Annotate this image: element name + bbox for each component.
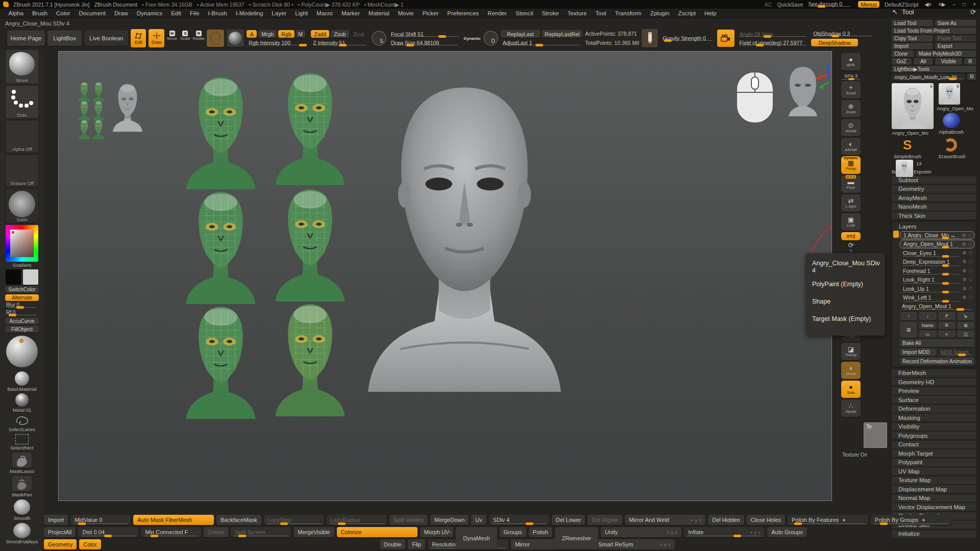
blur-slider[interactable]: Blur 0 <box>5 302 39 309</box>
dist-0-04[interactable]: Dist 0.04 <box>78 527 138 537</box>
stroke-curve-icon[interactable]: S <box>372 31 386 46</box>
angry-open-mout-1[interactable]: Angry_Open_Mout 1 <box>900 240 974 248</box>
layer-up-button[interactable]: ↑ <box>900 312 917 320</box>
flip[interactable]: Flip <box>408 539 425 549</box>
draw-button[interactable]: Draw <box>149 29 164 47</box>
split-hidden[interactable]: Split Hidden <box>389 515 428 525</box>
projectall[interactable]: ProjectAll <box>44 527 76 537</box>
layer-record-icon[interactable] <box>963 295 966 299</box>
preferences[interactable]: Preferences <box>443 10 483 16</box>
document-canvas[interactable] <box>58 51 832 501</box>
green-head-5[interactable] <box>181 300 260 419</box>
zadd-toggle[interactable]: Zadd <box>311 30 329 38</box>
layer-record-icon[interactable] <box>963 278 966 281</box>
stroke[interactable]: Stroke <box>537 10 563 16</box>
layer-eye-icon[interactable] <box>969 278 972 281</box>
layers-section-title[interactable]: Layers <box>899 223 974 230</box>
goz-r-button[interactable]: R <box>964 58 976 65</box>
polygroups[interactable]: Polygroups <box>892 432 976 439</box>
layer-record-icon[interactable] <box>963 260 966 263</box>
switch-color-button[interactable]: SwitchColor <box>5 286 39 293</box>
file[interactable]: File <box>186 10 204 16</box>
goz-button[interactable]: GoZ <box>892 58 912 65</box>
dynamics[interactable]: Dynamics <box>132 10 166 16</box>
surface[interactable]: Surface <box>892 396 976 404</box>
bpr[interactable]: ● BPR <box>841 53 861 70</box>
lazystep[interactable]: LazyStep <box>264 515 324 525</box>
field-of-view-slider[interactable]: Field of view(deg) 27.5977 <box>737 39 808 46</box>
layer-record-icon[interactable] <box>962 242 966 246</box>
basic-material-sphere[interactable] <box>15 371 29 386</box>
help[interactable]: Help <box>700 10 721 16</box>
alpha-tile[interactable]: Alpha Off <box>6 121 38 153</box>
floor[interactable]: X Y Z ▬ Floor <box>841 176 861 193</box>
macro[interactable]: Macro <box>312 10 337 16</box>
-free-mem-34-16gb[interactable]: • Free Mem 34.16GB <box>142 2 192 8</box>
mirror-and-weld[interactable]: Mirror And Weld x y z <box>625 515 705 525</box>
active-tool-slider[interactable]: Angry_Open_Mouth_Low. 50 <box>892 73 965 80</box>
pencil-button[interactable] <box>642 29 658 47</box>
contact[interactable]: Contact <box>892 441 976 448</box>
spix-3[interactable]: SPix 3 <box>841 72 861 80</box>
-scratch-disk-80-[interactable]: • Scratch Disk 80 • <box>249 2 293 8</box>
polypaint-empty-[interactable]: PolyPaint (Empty) <box>812 276 885 293</box>
material[interactable]: Material <box>364 10 394 16</box>
alpha[interactable]: Alpha <box>4 10 28 16</box>
geometry-hd[interactable]: Geometry HD <box>892 378 976 386</box>
make-polymesh3d-button[interactable]: Make PolyMesh3D <box>916 51 976 57</box>
y[interactable]: ⟳ Y <box>841 242 861 253</box>
import[interactable]: Import <box>44 515 68 525</box>
layer-redo-button[interactable]: ↱ <box>938 312 955 320</box>
polish-by-features[interactable]: Polish By Features <box>788 515 868 525</box>
wink-left-1[interactable]: Wink_Left 1 <box>900 293 974 302</box>
scroll[interactable]: + Scroll <box>841 81 861 98</box>
close-eyes-1[interactable]: Close_Eyes 1 <box>900 249 974 258</box>
geometry[interactable]: Geometry <box>892 185 976 193</box>
double[interactable]: Double <box>380 539 406 549</box>
color-picker[interactable] <box>6 225 38 262</box>
visibility[interactable]: Visibility <box>892 423 976 431</box>
preview[interactable]: Preview <box>892 387 976 395</box>
layer-invert-icon[interactable]: ◫ <box>957 331 974 338</box>
layer-split-icon[interactable]: ▭ <box>919 331 936 338</box>
layer-down-button[interactable]: ↓ <box>919 312 936 320</box>
mergedown[interactable]: MergeDown <box>430 515 469 525</box>
live-boolean-button[interactable]: Live Boolean <box>84 31 128 46</box>
scale-button[interactable]: SScale <box>180 31 191 46</box>
green-head-3[interactable] <box>181 186 260 304</box>
zremesher[interactable]: ZRemesher <box>555 527 598 549</box>
rf-slider[interactable]: Rf 0 <box>5 310 39 316</box>
metal-material-sphere[interactable] <box>15 393 29 407</box>
texture-flyout-panel[interactable]: Te <box>864 422 887 448</box>
objshadow-slider[interactable]: ObjShadow 0.3 <box>811 30 875 37</box>
accucurve-button[interactable]: AccuCurve <box>5 318 39 324</box>
recent-tool-thumb[interactable]: 9 <box>939 83 960 105</box>
solo[interactable]: ● Solo <box>841 381 861 398</box>
lightbox-tools-button[interactable]: Lightbox▶Tools <box>892 66 976 72</box>
thick-skin[interactable]: Thick Skin <box>892 212 976 219</box>
replay-curve-icon[interactable]: D <box>483 31 498 46</box>
stroke-tile[interactable]: Dots <box>6 86 38 118</box>
import-mdd-button[interactable]: Import MDD <box>900 348 936 356</box>
gradient-label[interactable]: Gradient <box>13 262 31 268</box>
tool[interactable]: Tool <box>591 10 610 16</box>
close-holes[interactable]: Close Holes <box>747 515 785 525</box>
edit[interactable]: Edit <box>167 10 186 16</box>
marker[interactable]: Marker <box>337 10 364 16</box>
alternate-button[interactable]: Alternate <box>5 294 39 301</box>
select-rect-icon[interactable] <box>15 434 29 444</box>
uv[interactable]: Uv <box>471 515 486 525</box>
uv-map[interactable]: UV Map <box>892 467 976 475</box>
smooth-brush-sphere[interactable] <box>14 499 30 515</box>
layer-record-icon[interactable] <box>963 269 966 272</box>
lightbox-button[interactable]: LightBox <box>47 31 82 46</box>
split-screen[interactable]: Split Screen <box>231 527 291 537</box>
clone-button[interactable]: Clone <box>892 51 914 57</box>
layer-eye-icon[interactable] <box>969 287 972 290</box>
paste-tool-button[interactable]: Paste Tool <box>935 35 976 42</box>
brush-preview-button[interactable] <box>207 30 224 47</box>
vector-displacement-map[interactable]: Vector Displacement Map <box>892 503 976 511</box>
ghost[interactable]: ◖ Ghost <box>841 362 861 379</box>
-polycount-378-432-kp[interactable]: • PolyCount▶ 378.432 KP <box>298 2 360 8</box>
deformation[interactable]: Deformation <box>892 405 976 413</box>
